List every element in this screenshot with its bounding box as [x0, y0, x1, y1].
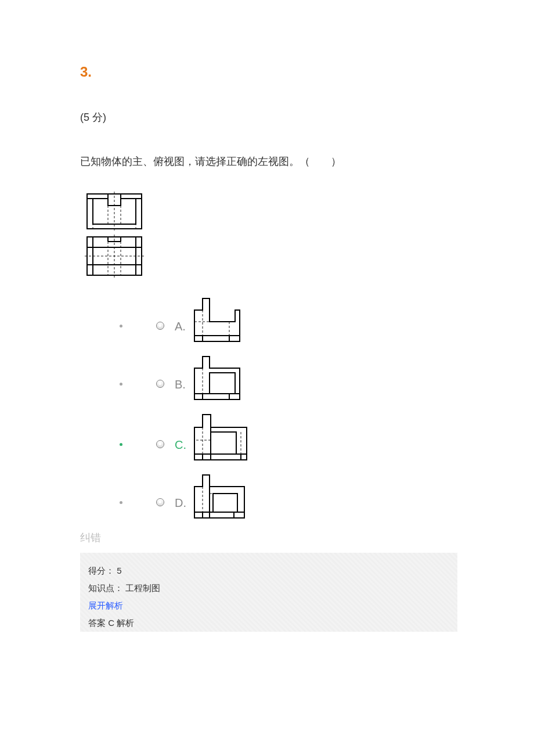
points-label: (5 分) [80, 110, 534, 124]
option-d[interactable]: D. [80, 473, 534, 520]
option-a-label: A. [175, 320, 187, 333]
bullet-icon [120, 325, 122, 327]
knowledge-line: 知识点： 工程制图 [88, 579, 449, 597]
answer-line: 答案 C 解析 [88, 614, 449, 632]
option-c-label: C. [175, 438, 187, 452]
option-b[interactable]: B. [80, 354, 534, 402]
info-panel: 得分： 5 知识点： 工程制图 展开解析 答案 C 解析 [80, 553, 457, 632]
option-b-figure [192, 354, 242, 402]
question-number: 3. [80, 64, 534, 80]
option-d-label: D. [175, 496, 187, 510]
option-a-figure [192, 296, 242, 344]
radio-icon [156, 380, 164, 388]
stem-figure [85, 192, 534, 279]
score-line: 得分： 5 [88, 562, 449, 579]
svg-rect-25 [210, 373, 235, 394]
bullet-icon [120, 443, 122, 446]
option-b-label: B. [175, 378, 187, 391]
bullet-icon [120, 383, 122, 386]
question-page: 3. (5 分) 已知物体的主、俯视图，请选择正确的左视图。（ ） [0, 0, 534, 756]
option-a[interactable]: A. [80, 296, 534, 344]
option-c-figure [192, 412, 249, 462]
correction-link[interactable]: 纠错 [80, 531, 534, 545]
radio-icon [156, 440, 164, 448]
bullet-icon [120, 501, 122, 504]
radio-icon [156, 498, 164, 506]
svg-rect-39 [213, 494, 237, 512]
options-list: A. [80, 296, 534, 520]
option-d-figure [192, 473, 247, 520]
question-stem: 已知物体的主、俯视图，请选择正确的左视图。（ ） [80, 154, 534, 168]
expand-analysis-link[interactable]: 展开解析 [88, 597, 449, 614]
radio-icon [156, 322, 164, 330]
option-c[interactable]: C. [80, 412, 534, 462]
